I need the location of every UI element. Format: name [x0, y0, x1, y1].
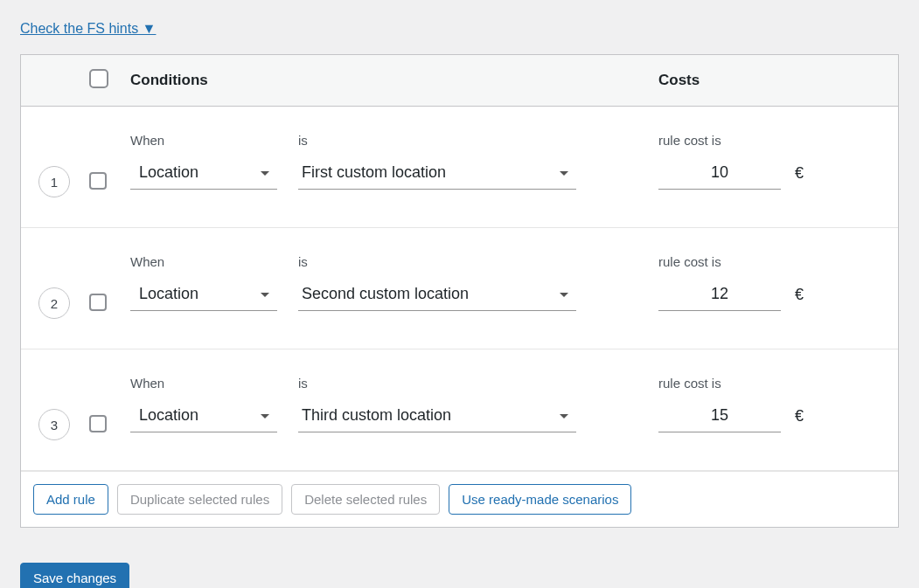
- rule-row: 2 When Location is: [21, 228, 898, 349]
- is-select[interactable]: First custom location: [298, 158, 576, 190]
- fs-hints-link[interactable]: Check the FS hints ▼: [20, 21, 156, 37]
- rule-cost-input[interactable]: [658, 401, 781, 432]
- when-select-value: Location: [139, 163, 198, 181]
- is-select[interactable]: Second custom location: [298, 280, 576, 311]
- rule-row: 3 When Location is: [21, 349, 898, 471]
- is-label: is: [298, 133, 576, 148]
- is-label: is: [298, 254, 576, 269]
- rule-number-badge: 2: [38, 287, 70, 319]
- rule-cost-input[interactable]: [658, 280, 781, 311]
- when-select-value: Location: [139, 406, 198, 424]
- chevron-down-icon: [260, 170, 270, 177]
- table-header-row: Conditions Costs: [21, 55, 898, 107]
- when-select[interactable]: Location: [130, 158, 277, 190]
- is-select[interactable]: Third custom location: [298, 401, 576, 432]
- add-rule-button[interactable]: Add rule: [33, 484, 108, 515]
- rule-cost-label: rule cost is: [658, 133, 781, 148]
- when-label: When: [130, 376, 277, 391]
- is-label: is: [298, 376, 576, 391]
- currency-symbol: €: [795, 286, 804, 311]
- rule-cost-input[interactable]: [658, 158, 781, 190]
- is-select-value: Second custom location: [302, 285, 469, 302]
- rule-number-badge: 1: [38, 166, 70, 197]
- chevron-down-icon: [559, 413, 569, 420]
- rule-number-badge: 3: [38, 409, 70, 440]
- table-actions: Add rule Duplicate selected rules Delete…: [21, 471, 898, 527]
- chevron-down-icon: [260, 413, 270, 420]
- when-label: When: [130, 133, 277, 148]
- column-header-costs: Costs: [653, 72, 881, 89]
- delete-rules-button[interactable]: Delete selected rules: [291, 484, 440, 515]
- is-select-value: First custom location: [302, 163, 446, 181]
- duplicate-rules-button[interactable]: Duplicate selected rules: [117, 484, 282, 515]
- chevron-down-icon: [559, 292, 569, 299]
- select-all-checkbox[interactable]: [89, 69, 108, 88]
- rule-row-checkbox[interactable]: [89, 172, 107, 190]
- rules-table: Conditions Costs 1 When Location: [20, 54, 899, 528]
- currency-symbol: €: [795, 164, 804, 190]
- chevron-down-icon: [260, 292, 270, 299]
- rule-cost-label: rule cost is: [658, 376, 781, 391]
- when-select[interactable]: Location: [130, 401, 277, 432]
- save-changes-button[interactable]: Save changes: [20, 563, 129, 588]
- when-select[interactable]: Location: [130, 280, 277, 311]
- when-label: When: [130, 254, 277, 269]
- rule-row-checkbox[interactable]: [89, 415, 107, 432]
- when-select-value: Location: [139, 285, 198, 302]
- rule-row: 1 When Location is: [21, 107, 898, 228]
- is-select-value: Third custom location: [302, 406, 451, 424]
- rule-row-checkbox[interactable]: [89, 294, 107, 311]
- ready-made-scenarios-button[interactable]: Use ready-made scenarios: [449, 484, 631, 515]
- column-header-conditions: Conditions: [130, 72, 653, 89]
- chevron-down-icon: [559, 170, 569, 177]
- rule-cost-label: rule cost is: [658, 254, 781, 269]
- currency-symbol: €: [795, 407, 804, 432]
